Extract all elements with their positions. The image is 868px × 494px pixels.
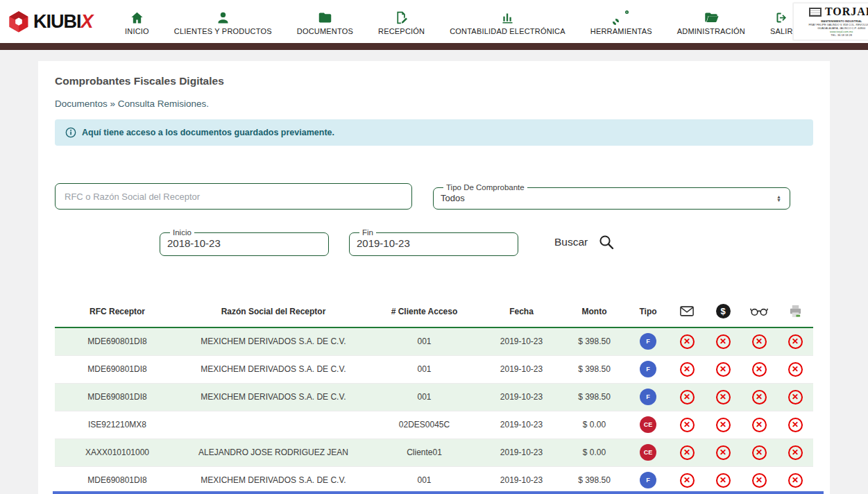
cell-print-action: ✕ [777, 327, 813, 355]
cell-rfc: MDE690801DI8 [55, 383, 180, 411]
cancel-email-icon[interactable]: ✕ [680, 473, 695, 488]
cancel-view-icon[interactable]: ✕ [752, 418, 767, 432]
cell-view-action: ✕ [741, 466, 777, 494]
tipo-comprobante-select[interactable]: Tipo De Comprobante Todos ▲▼ [433, 183, 790, 210]
cancel-money-icon[interactable]: ✕ [716, 362, 731, 377]
cell-monto: $ 398.50 [561, 383, 627, 411]
cell-fecha: 2019-10-23 [482, 355, 561, 383]
cell-email-action: ✕ [669, 383, 705, 411]
cancel-print-icon[interactable]: ✕ [788, 390, 803, 404]
cancel-money-icon[interactable]: ✕ [716, 445, 731, 460]
fecha-inicio-input[interactable] [167, 237, 321, 249]
buscar-button[interactable]: Buscar [554, 234, 615, 250]
torjal-address-lines: MANTENIMIENTO INDUSTRIAL FRAY FELIPE GAL… [797, 19, 868, 37]
cancel-view-icon[interactable]: ✕ [752, 362, 767, 377]
nav-item-inicio[interactable]: INICIO [125, 10, 149, 35]
gears-icon [613, 10, 629, 25]
fecha-inicio-label: Inicio [170, 228, 194, 237]
cell-monto: $ 398.50 [561, 327, 627, 355]
logout-icon [774, 10, 789, 25]
cell-email-action: ✕ [669, 466, 705, 494]
cancel-print-icon[interactable]: ✕ [788, 334, 803, 349]
table-row: XAXX010101000 ALEJANDRO JOSE RODRIGUEZ J… [55, 438, 813, 466]
cancel-view-icon[interactable]: ✕ [752, 390, 767, 404]
tipo-comprobante-value: Todos [441, 193, 465, 203]
col-cliente-acceso: # Cliente Acceso [367, 295, 482, 327]
cell-tipo: CE [627, 438, 669, 466]
cell-view-action: ✕ [741, 355, 777, 383]
nav-item-herramientas[interactable]: HERRAMIENTAS [590, 10, 652, 35]
cancel-email-icon[interactable]: ✕ [680, 362, 695, 377]
table-row: MDE690801DI8 MEXICHEM DERIVADOS S.A. DE … [55, 355, 813, 383]
cancel-email-icon[interactable]: ✕ [680, 445, 695, 460]
info-alert: Aquí tiene acceso a los documentos guard… [55, 119, 813, 146]
tipo-badge: CE [640, 416, 656, 433]
nav-item-recepcion[interactable]: RECEPCIÓN [378, 10, 425, 35]
col-tipo: Tipo [627, 295, 669, 327]
rfc-search-input[interactable] [55, 183, 412, 210]
cell-email-action: ✕ [669, 438, 705, 466]
cell-razon-social: MEXICHEM DERIVADOS S.A. DE C.V. [180, 327, 367, 355]
fecha-fin-field[interactable]: Fin [349, 228, 518, 256]
main-nav: INICIO CLIENTES Y PRODUCTOS DOCUMENTOS R… [125, 8, 793, 35]
cell-cliente-acceso: 001 [367, 383, 482, 411]
header-accent-bar [0, 43, 868, 50]
cancel-print-icon[interactable]: ✕ [788, 473, 803, 488]
fecha-fin-input[interactable] [357, 237, 511, 249]
cell-print-action: ✕ [777, 438, 813, 466]
cancel-money-icon[interactable]: ✕ [716, 390, 731, 404]
nav-item-administracion[interactable]: ADMINISTRACIÓN [677, 10, 745, 35]
email-icon [680, 306, 694, 316]
cell-razon-social: ALEJANDRO JOSE RODRIGUEZ JEAN [180, 438, 367, 466]
cell-cliente-acceso: 001 [367, 355, 482, 383]
cell-money-action: ✕ [705, 355, 741, 383]
cell-money-action: ✕ [705, 438, 741, 466]
cancel-money-icon[interactable]: ✕ [716, 334, 731, 349]
tipo-badge: F [640, 389, 656, 405]
cell-tipo: F [627, 466, 669, 494]
bottom-scroll-indicator [53, 491, 824, 494]
cancel-print-icon[interactable]: ✕ [788, 418, 803, 432]
cancel-email-icon[interactable]: ✕ [680, 418, 695, 432]
nav-item-contabilidad[interactable]: CONTABILIDAD ELECTRÓNICA [450, 10, 565, 35]
cell-fecha: 2019-10-23 [482, 438, 561, 466]
col-money: $ [705, 295, 741, 327]
kiubix-logo: KIUBIX [7, 9, 125, 34]
cancel-money-icon[interactable]: ✕ [716, 418, 731, 432]
cell-view-action: ✕ [741, 438, 777, 466]
kiubix-cube-icon [7, 9, 31, 34]
cell-monto: $ 398.50 [561, 355, 627, 383]
money-icon: $ [716, 304, 731, 318]
cell-rfc: XAXX010101000 [55, 438, 180, 466]
documents-table: RFC Receptor Razón Social del Receptor #… [55, 295, 813, 494]
tipo-badge: F [640, 361, 656, 377]
cancel-email-icon[interactable]: ✕ [680, 390, 695, 404]
cancel-email-icon[interactable]: ✕ [680, 334, 695, 349]
cell-cliente-acceso: Cliente01 [367, 438, 482, 466]
cell-cliente-acceso: 02DES0045C [367, 411, 482, 438]
col-fecha: Fecha [482, 295, 561, 327]
cancel-view-icon[interactable]: ✕ [752, 445, 767, 460]
cell-rfc: MDE690801DI8 [55, 466, 180, 494]
cell-email-action: ✕ [669, 327, 705, 355]
cancel-print-icon[interactable]: ✕ [788, 445, 803, 460]
table-row: ISE921210MX8 02DES0045C 2019-10-23 $ 0.0… [55, 411, 813, 438]
cancel-print-icon[interactable]: ✕ [788, 362, 803, 377]
cancel-view-icon[interactable]: ✕ [752, 473, 767, 488]
nav-item-salir[interactable]: SALIR [770, 10, 793, 35]
cell-email-action: ✕ [669, 411, 705, 438]
nav-item-documentos[interactable]: DOCUMENTOS [297, 10, 353, 35]
tipo-comprobante-label: Tipo De Comprobante [443, 183, 527, 191]
col-view [741, 295, 777, 327]
cell-fecha: 2019-10-23 [482, 327, 561, 355]
cell-rfc: MDE690801DI8 [55, 327, 180, 355]
table-header-row: RFC Receptor Razón Social del Receptor #… [55, 295, 813, 327]
cancel-view-icon[interactable]: ✕ [752, 334, 767, 349]
cell-money-action: ✕ [705, 327, 741, 355]
cell-razon-social: MEXICHEM DERIVADOS S.A. DE C.V. [180, 383, 367, 411]
nav-item-clientes-productos[interactable]: CLIENTES Y PRODUCTOS [174, 10, 272, 35]
printer-icon [789, 305, 802, 318]
cell-print-action: ✕ [777, 383, 813, 411]
cancel-money-icon[interactable]: ✕ [716, 473, 731, 488]
fecha-inicio-field[interactable]: Inicio [160, 228, 329, 256]
